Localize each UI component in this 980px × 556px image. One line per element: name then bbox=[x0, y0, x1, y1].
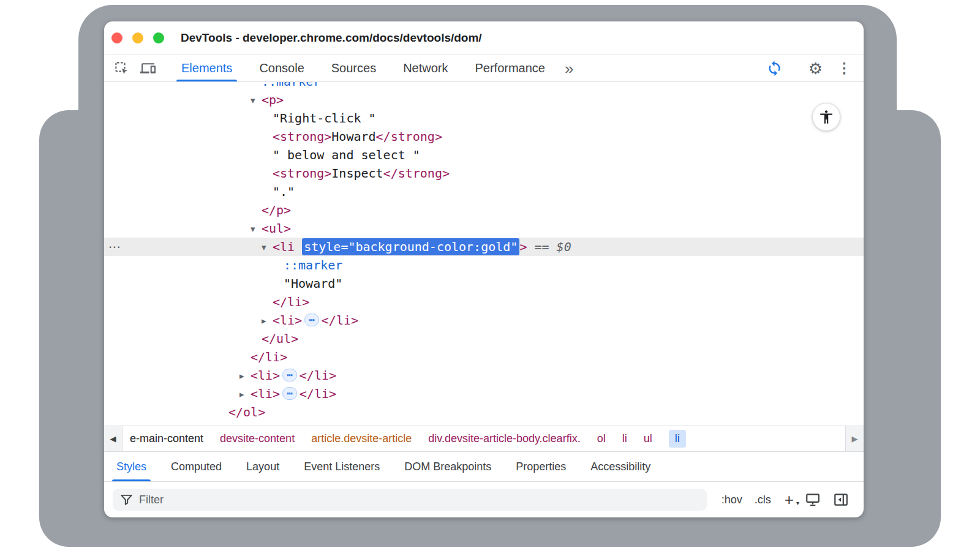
tab-accessibility[interactable]: Accessibility bbox=[586, 452, 655, 481]
expander-right-icon[interactable]: ▸ bbox=[239, 385, 251, 404]
inspect-element-icon[interactable] bbox=[114, 61, 129, 76]
devtools-toolbar: ElementsConsoleSourcesNetworkPerformance… bbox=[104, 55, 864, 82]
tab-styles[interactable]: Styles bbox=[112, 452, 151, 481]
tab-console[interactable]: Console bbox=[254, 55, 309, 81]
plus-caret-icon: ▾ bbox=[796, 500, 799, 506]
filter-input[interactable] bbox=[139, 494, 699, 506]
dom-text: "Howard" bbox=[284, 276, 342, 291]
expander-down-icon[interactable]: ▾ bbox=[251, 91, 262, 110]
dom-tag: </li> bbox=[300, 386, 336, 401]
tab-network[interactable]: Network bbox=[398, 55, 453, 81]
children-ellipsis-button[interactable]: ⋯ bbox=[282, 387, 297, 400]
dom-tag: <p> bbox=[262, 92, 284, 107]
sync-icon[interactable] bbox=[766, 60, 783, 77]
dom-node-line[interactable]: ::marker bbox=[104, 82, 864, 91]
dom-node-line[interactable]: <strong>Inspect</strong> bbox=[104, 164, 864, 182]
filter-field bbox=[113, 489, 707, 511]
dom-node-line[interactable]: " below and select " bbox=[104, 146, 864, 164]
dom-tree: ::marker▾<p>"Right-click "<strong>Howard… bbox=[104, 82, 864, 421]
element-classes-button[interactable]: .cls bbox=[755, 494, 771, 506]
toggle-sidebar-icon[interactable] bbox=[833, 492, 849, 508]
dom-node-line[interactable]: ▾<ul> bbox=[104, 219, 864, 238]
breadcrumb-item-devsite-content[interactable]: devsite-content bbox=[220, 432, 295, 445]
breadcrumb-items: e-main-contentdevsite-contentarticle.dev… bbox=[123, 426, 693, 451]
dom-node-line[interactable]: ▸<li>⋯</li> bbox=[104, 385, 864, 403]
dom-tag: </li> bbox=[273, 295, 309, 309]
dom-text: "." bbox=[273, 184, 295, 199]
node-options-icon[interactable]: ⋯ bbox=[108, 238, 121, 256]
minimize-window-button[interactable] bbox=[132, 32, 143, 43]
maximize-window-button[interactable] bbox=[153, 32, 164, 43]
dom-dollar: $0 bbox=[557, 239, 571, 254]
device-toolbar-icon[interactable] bbox=[140, 61, 156, 76]
dom-node-line[interactable]: "." bbox=[104, 182, 864, 201]
devtools-window: DevTools - developer.chrome.com/docs/dev… bbox=[104, 21, 864, 517]
sidebar-tab-bar: StylesComputedLayoutEvent ListenersDOM B… bbox=[104, 451, 864, 481]
breadcrumb-scroll-left-icon[interactable]: ◀ bbox=[104, 426, 123, 451]
breadcrumb-item-div-devsite-article-body-clearfix-[interactable]: div.devsite-article-body.clearfix. bbox=[428, 432, 580, 445]
more-panels-icon[interactable]: » bbox=[565, 61, 573, 77]
tab-elements[interactable]: Elements bbox=[176, 55, 237, 81]
children-ellipsis-button[interactable]: ⋯ bbox=[304, 314, 319, 326]
dom-node-line[interactable]: </p> bbox=[104, 201, 864, 219]
dom-node-line[interactable]: ▸<li>⋯</li> bbox=[104, 366, 864, 385]
dom-tag: </li> bbox=[251, 350, 287, 364]
dom-node-line[interactable]: ⋯▾<li style="background-color:gold"> == … bbox=[104, 238, 864, 256]
window-title: DevTools - developer.chrome.com/docs/dev… bbox=[181, 31, 482, 45]
dom-node-line[interactable]: ::marker bbox=[104, 256, 864, 274]
expander-right-icon[interactable]: ▸ bbox=[239, 367, 251, 385]
breadcrumb-item-ol[interactable]: ol bbox=[597, 432, 606, 445]
tab-performance[interactable]: Performance bbox=[470, 55, 551, 81]
tab-layout[interactable]: Layout bbox=[242, 452, 284, 481]
dom-tag: <ul> bbox=[262, 221, 291, 236]
toolbar-right: ⚙ ⋮ bbox=[766, 60, 864, 77]
expander-down-icon[interactable]: ▾ bbox=[251, 220, 262, 238]
rendering-monitor-icon[interactable] bbox=[805, 492, 821, 508]
breadcrumb-scroll-right-icon[interactable]: ▶ bbox=[845, 426, 864, 451]
dom-tag: </p> bbox=[262, 203, 291, 217]
tab-computed[interactable]: Computed bbox=[167, 452, 226, 481]
dom-tag: </ul> bbox=[262, 331, 298, 346]
close-window-button[interactable] bbox=[111, 32, 123, 43]
styles-pane-toolbar: :hov .cls + ▾ bbox=[104, 481, 864, 517]
dom-marker: ::marker bbox=[262, 82, 320, 89]
page: DevTools - developer.chrome.com/docs/dev… bbox=[0, 0, 980, 556]
children-ellipsis-button[interactable]: ⋯ bbox=[282, 369, 297, 381]
toggle-element-state-button[interactable]: :hov bbox=[722, 494, 742, 506]
breadcrumb-item-li[interactable]: li bbox=[622, 432, 627, 445]
tab-event-listeners[interactable]: Event Listeners bbox=[300, 452, 384, 481]
breadcrumb-item-e-main-content[interactable]: e-main-content bbox=[130, 432, 203, 445]
settings-gear-icon[interactable]: ⚙ bbox=[809, 61, 823, 77]
dom-node-line[interactable]: </ul> bbox=[104, 329, 864, 348]
dom-node-line[interactable]: </li> bbox=[104, 293, 864, 311]
dom-tag: </li> bbox=[322, 313, 358, 328]
dom-node-line[interactable]: "Right-click " bbox=[104, 109, 864, 127]
dom-text: Inspect bbox=[331, 166, 383, 181]
dom-tag: </ol> bbox=[228, 405, 265, 419]
expander-down-icon[interactable]: ▾ bbox=[262, 238, 273, 257]
expander-right-icon[interactable]: ▸ bbox=[262, 312, 273, 330]
breadcrumb-item-li[interactable]: li bbox=[669, 430, 686, 448]
new-style-rule-button[interactable]: + ▾ bbox=[785, 492, 794, 508]
dom-node-line[interactable]: </li> bbox=[104, 348, 864, 366]
dom-node-line[interactable]: ▸<li>⋯</li> bbox=[104, 311, 864, 329]
dom-node-line[interactable]: <strong>Howard</strong> bbox=[104, 127, 864, 146]
accessibility-button[interactable] bbox=[812, 103, 840, 131]
dom-tree-panel: ::marker▾<p>"Right-click "<strong>Howard… bbox=[104, 82, 864, 426]
breadcrumb-item-article-devsite-article[interactable]: article.devsite-article bbox=[311, 432, 412, 445]
dom-tag: <li bbox=[273, 239, 302, 254]
tab-dom-breakpoints[interactable]: DOM Breakpoints bbox=[400, 452, 496, 481]
dom-attr: style="background-color:gold" bbox=[302, 238, 519, 255]
dom-tag: <strong> bbox=[273, 166, 331, 181]
dom-node-line[interactable]: ▾<p> bbox=[104, 91, 864, 109]
tab-sources[interactable]: Sources bbox=[326, 55, 381, 81]
filter-funnel-icon bbox=[120, 494, 133, 506]
kebab-menu-icon[interactable]: ⋮ bbox=[837, 61, 851, 75]
dom-tag: <li> bbox=[251, 368, 280, 383]
breadcrumb-item-ul[interactable]: ul bbox=[644, 432, 652, 445]
plus-icon: + bbox=[785, 490, 794, 509]
tab-properties[interactable]: Properties bbox=[511, 452, 570, 481]
dom-node-line[interactable]: "Howard" bbox=[104, 274, 864, 293]
dom-tag: <li> bbox=[251, 386, 280, 401]
dom-node-line[interactable]: </ol> bbox=[104, 403, 864, 421]
